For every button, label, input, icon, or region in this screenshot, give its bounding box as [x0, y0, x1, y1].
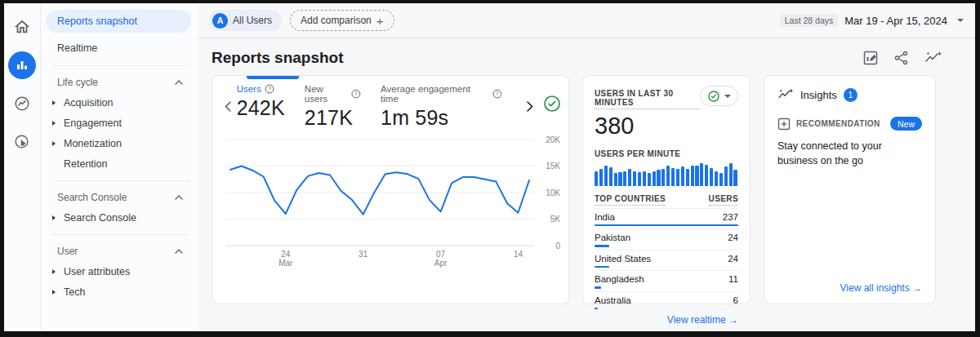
table-row[interactable]: United States24 [595, 250, 738, 268]
sidebar-item-acquisition[interactable]: Acquisition [41, 92, 198, 113]
svg-text:15K: 15K [546, 162, 560, 171]
title-row: Reports snapshot [198, 38, 975, 73]
sidebar-item-user-attributes[interactable]: User attributes [41, 261, 198, 282]
metric-tab-new-users[interactable]: New users ? 217K [305, 84, 361, 130]
table-row[interactable]: Bangladesh11 [595, 270, 738, 289]
expand-arrow-icon[interactable] [52, 269, 56, 274]
metric-value: 1m 59s [381, 106, 501, 130]
table-row[interactable]: India237 [595, 208, 738, 227]
section-label: Life cycle [57, 77, 98, 88]
date-range-selector[interactable]: Last 28 days Mar 19 - Apr 15, 2024 [780, 14, 964, 27]
users-trend-chart[interactable]: 20K15K10K5K024Mar3107Apr14 [222, 133, 564, 270]
metric-label: Users [237, 84, 261, 94]
sidebar-item-reports-snapshot[interactable]: Reports snapshot [46, 10, 191, 33]
table-row[interactable]: Australia6 [595, 291, 738, 310]
country-name: Bangladesh [595, 274, 644, 284]
view-realtime-link[interactable]: View realtime → [595, 309, 738, 327]
reports-nav-button[interactable] [8, 51, 36, 79]
table-row[interactable]: Pakistan24 [595, 228, 738, 247]
country-name: Australia [595, 295, 631, 305]
metric-tab-avg-engagement-time[interactable]: Average engagement time ? 1m 59s [381, 84, 501, 130]
all-users-comparison-chip[interactable]: A All Users [209, 10, 282, 31]
minute-bar [666, 166, 670, 186]
sidebar-divider [52, 234, 189, 235]
minute-bar [715, 171, 718, 186]
data-quality-badge[interactable] [542, 94, 562, 117]
svg-text:Mar: Mar [278, 259, 293, 268]
customize-report-icon[interactable] [862, 50, 879, 66]
sidebar-divider [52, 180, 189, 181]
expand-arrow-icon[interactable] [52, 141, 56, 146]
country-bar [595, 266, 609, 268]
section-label: Search Console [57, 192, 127, 203]
minute-bar [638, 172, 641, 186]
sidebar-item-monetization[interactable]: Monetization [41, 133, 198, 153]
cards-row: Users ? 242K New users ? 217K Average en… [198, 73, 975, 304]
sidebar-item-search-console[interactable]: Search Console [41, 207, 198, 228]
expand-arrow-icon[interactable] [52, 215, 56, 220]
sidebar-section-search-console[interactable]: Search Console [41, 188, 198, 207]
realtime-users-value: 380 [595, 113, 738, 140]
share-icon[interactable] [893, 50, 910, 66]
metric-tab-users[interactable]: Users ? 242K [237, 84, 285, 120]
help-icon[interactable]: ? [265, 84, 274, 94]
explore-nav-button[interactable] [8, 90, 36, 118]
expand-arrow-icon[interactable] [52, 121, 56, 126]
minute-bar [671, 168, 675, 186]
next-metrics-button[interactable] [521, 97, 539, 115]
recommendation-text[interactable]: Stay connected to your business on the g… [777, 139, 922, 168]
svg-text:07: 07 [436, 250, 446, 259]
comparison-chip-label: All Users [233, 15, 272, 26]
svg-text:?: ? [495, 90, 498, 97]
realtime-status-dropdown[interactable] [700, 86, 738, 106]
date-range-text: Mar 19 - Apr 15, 2024 [844, 15, 947, 27]
sidebar-item-retention[interactable]: Retention [41, 153, 198, 174]
main-area: A All Users Add comparison + Last 28 day… [198, 3, 975, 331]
sidebar-section-life-cycle[interactable]: Life cycle [41, 73, 198, 92]
expand-arrow-icon[interactable] [52, 100, 56, 105]
country-users: 237 [723, 212, 738, 222]
users-trend-card: Users ? 242K New users ? 217K Average en… [212, 75, 569, 304]
sidebar-item-label: Realtime [57, 42, 97, 54]
view-all-insights-link[interactable]: View all insights → [777, 277, 922, 295]
caret-down-icon[interactable] [957, 19, 964, 22]
minute-bar [676, 169, 679, 186]
sidebar-item-tech[interactable]: Tech [41, 282, 198, 302]
section-label: User [57, 246, 78, 257]
minute-bar [705, 165, 708, 186]
sidebar-section-user[interactable]: User [41, 242, 198, 261]
new-badge: New [890, 117, 922, 131]
svg-text:14: 14 [514, 250, 523, 259]
svg-text:5K: 5K [550, 215, 561, 224]
chevron-up-icon[interactable] [175, 249, 183, 254]
previous-metrics-button[interactable] [219, 97, 237, 115]
minute-bar [653, 171, 656, 186]
chevron-up-icon[interactable] [175, 195, 183, 200]
sidebar-item-label: Monetization [64, 138, 122, 149]
help-icon[interactable]: ? [351, 89, 361, 99]
country-users: 24 [728, 254, 738, 264]
minute-bar [695, 166, 698, 186]
country-bar [595, 245, 609, 247]
insights-sparkline-icon[interactable] [924, 50, 942, 66]
metric-label: New users [305, 84, 348, 104]
advertising-nav-button[interactable] [8, 128, 36, 156]
report-actions [862, 50, 942, 66]
chevron-up-icon[interactable] [175, 80, 183, 85]
arrow-right-icon: → [912, 282, 922, 294]
minute-bar [719, 173, 723, 186]
sidebar-item-realtime[interactable]: Realtime [41, 38, 198, 59]
help-icon[interactable]: ? [492, 89, 502, 99]
add-comparison-button[interactable]: Add comparison + [290, 10, 394, 31]
arrow-right-icon: → [728, 314, 738, 326]
page-title: Reports snapshot [212, 49, 344, 67]
expand-arrow-icon[interactable] [52, 290, 56, 295]
country-bar [595, 286, 601, 289]
sidebar-item-engagement[interactable]: Engagement [41, 113, 198, 133]
minute-bar [700, 163, 703, 186]
minute-bar [618, 172, 621, 186]
country-users: 11 [728, 274, 738, 284]
countries-table-header: TOP COUNTRIES USERS [595, 194, 738, 206]
svg-text:?: ? [268, 85, 271, 92]
home-nav-button[interactable] [8, 13, 36, 41]
